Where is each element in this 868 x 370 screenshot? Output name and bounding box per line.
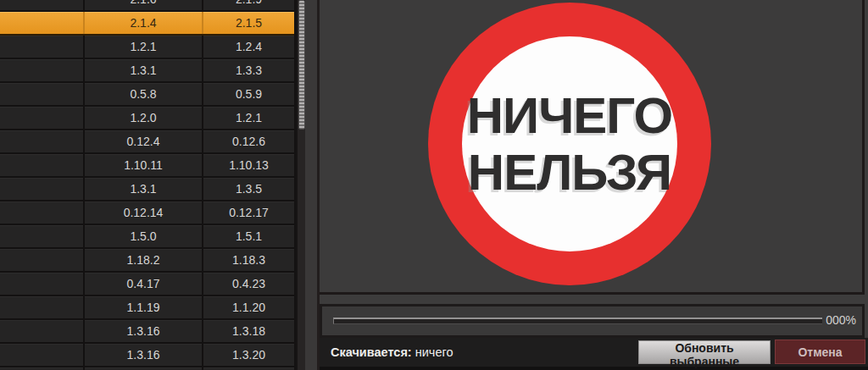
mod-row[interactable]: 0.12.140.12.17 [0, 202, 294, 225]
mod-name-cell [0, 320, 83, 342]
available-version-cell: 2.1.5 [203, 12, 294, 34]
download-progress-panel: 000% [320, 304, 865, 338]
mod-name-cell [0, 273, 83, 295]
mod-name-cell [0, 249, 83, 271]
update-selected-button[interactable]: Обновить выбранные [638, 340, 771, 364]
download-status-value: ничего [415, 345, 453, 359]
current-version-cell: 1.3.1 [85, 59, 202, 81]
panel-divider [305, 0, 320, 370]
scrollbar-thumb[interactable] [298, 0, 305, 130]
mod-name-cell [0, 154, 83, 176]
available-version-cell: 2.1.9 [203, 0, 294, 10]
mod-row[interactable]: 2.1.42.1.5 [0, 12, 294, 36]
available-version-cell: 1.10.13 [203, 154, 294, 176]
mod-row[interactable]: 1.3.11.3.3 [0, 59, 294, 83]
available-version-cell: 0.5.9 [203, 83, 294, 105]
current-version-cell: 0.12.14 [85, 202, 202, 224]
current-version-cell: 0.12.4 [85, 130, 202, 152]
mod-row[interactable]: 1.18.21.18.3 [0, 249, 294, 273]
mod-row[interactable]: 1.1.191.1.20 [0, 296, 294, 320]
nothing-allowed-sign: НИЧЕГО НЕЛЬЗЯ [428, 3, 711, 285]
mod-name-cell [0, 83, 83, 105]
mod-name-cell [0, 107, 83, 129]
mod-name-cell [0, 296, 83, 318]
current-version-cell: 1.2.1 [85, 36, 202, 58]
download-progress-bar [333, 318, 822, 324]
available-version-cell: 0.4.23 [203, 273, 294, 295]
available-version-cell: 1.2.1 [203, 107, 294, 129]
mod-name-cell [0, 12, 83, 34]
mod-name-cell [0, 59, 83, 81]
mod-name-cell [0, 178, 83, 200]
preview-image-area: НИЧЕГО НЕЛЬЗЯ [320, 0, 865, 295]
available-version-cell: 1.3.5 [203, 178, 294, 200]
cancel-button[interactable]: Отмена [775, 340, 865, 364]
mod-table-rows: 2.1.62.1.92.1.42.1.51.2.11.2.41.3.11.3.3… [0, 0, 294, 370]
current-version-cell: 1.10.11 [85, 154, 202, 176]
download-status-label: Скачивается: [331, 345, 412, 359]
mod-row[interactable]: 1.2.11.2.4 [0, 36, 294, 59]
mod-row[interactable]: 1.2.01.2.1 [0, 107, 294, 130]
available-version-cell: 0.12.6 [203, 130, 294, 152]
status-bar: Скачивается: ничего Обновить выбранные О… [320, 338, 868, 370]
current-version-cell: 1.3.1 [85, 178, 202, 200]
current-version-cell: 1.3.16 [85, 320, 202, 342]
current-version-cell: 1.1.19 [85, 296, 202, 318]
sign-text: НИЧЕГО НЕЛЬЗЯ [467, 87, 673, 201]
current-version-cell: 2.1.4 [85, 12, 202, 34]
mod-name-cell [0, 36, 83, 58]
right-panel: НИЧЕГО НЕЛЬЗЯ 000% Скачивается: ничего О… [320, 0, 868, 370]
available-version-cell: 1.5.1 [203, 225, 294, 247]
current-version-cell: 1.5.0 [85, 225, 202, 247]
available-version-cell: 1.3.18 [203, 320, 294, 342]
mod-row[interactable]: 0.5.80.5.9 [0, 83, 294, 107]
available-version-cell: 1.1.20 [203, 296, 294, 318]
sign-text-line1: НИЧЕГО [467, 87, 673, 144]
mod-row[interactable]: 2.1.62.1.9 [0, 0, 294, 12]
current-version-cell: 0.4.17 [85, 273, 202, 295]
mod-row[interactable]: 0.12.40.12.6 [0, 130, 294, 154]
mod-update-table: 2.1.62.1.92.1.42.1.51.2.11.2.41.3.11.3.3… [0, 0, 296, 370]
mod-row[interactable]: 1.10.111.10.13 [0, 154, 294, 178]
mod-name-cell [0, 130, 83, 152]
available-version-cell: 0.12.17 [203, 202, 294, 224]
mod-name-cell [0, 0, 83, 10]
mod-updater-window: 2.1.62.1.92.1.42.1.51.2.11.2.41.3.11.3.3… [0, 0, 868, 370]
mod-name-cell [0, 225, 83, 247]
table-scrollbar[interactable] [296, 0, 305, 370]
current-version-cell: 1.2.0 [85, 107, 202, 129]
sign-inner-circle: НИЧЕГО НЕЛЬЗЯ [462, 36, 677, 251]
available-version-cell: 1.3.20 [203, 344, 294, 366]
mod-row[interactable]: 1.3.161.3.18 [0, 320, 294, 344]
current-version-cell: 0.5.8 [85, 83, 202, 105]
mod-row[interactable]: 1.5.01.5.1 [0, 225, 294, 249]
mod-row[interactable]: 1.3.161.3.20 [0, 344, 294, 367]
mod-name-cell [0, 344, 83, 366]
download-status-text: Скачивается: ничего [331, 345, 453, 359]
available-version-cell: 1.2.4 [203, 36, 294, 58]
current-version-cell: 1.3.16 [85, 344, 202, 366]
progress-percent: 000% [826, 313, 856, 327]
current-version-cell: 2.1.6 [85, 0, 202, 10]
current-version-cell: 1.18.2 [85, 249, 202, 271]
mod-row[interactable]: 1.3.11.3.5 [0, 178, 294, 202]
available-version-cell: 1.3.3 [203, 59, 294, 81]
mod-row[interactable]: 0.4.170.4.23 [0, 273, 294, 296]
sign-text-line2: НЕЛЬЗЯ [467, 144, 673, 201]
mod-name-cell [0, 202, 83, 224]
available-version-cell: 1.18.3 [203, 249, 294, 271]
